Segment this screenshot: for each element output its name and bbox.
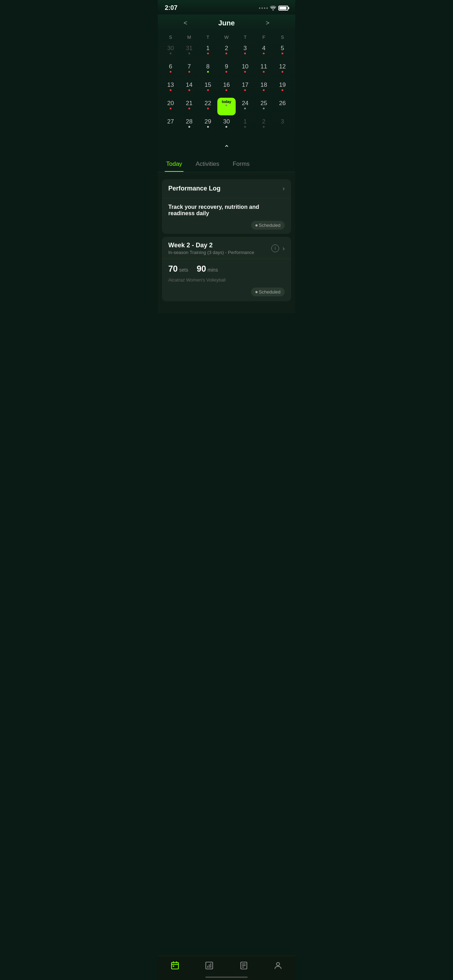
cal-day-30[interactable]: 30 <box>217 116 236 134</box>
performance-log-chevron: › <box>283 185 285 192</box>
cal-day-6[interactable]: 6 <box>161 61 180 79</box>
cal-day-2[interactable]: 2 <box>254 116 273 134</box>
badge-dot-icon <box>256 224 257 226</box>
training-card-badge: Scheduled <box>251 288 285 296</box>
cal-day-19[interactable]: 19 <box>273 80 292 97</box>
info-icon[interactable]: i <box>271 245 279 252</box>
performance-log-card: Performance Log › Track your recovery, n… <box>162 179 291 234</box>
tabs: TodayActivitiesForms <box>158 156 295 172</box>
next-month-button[interactable]: > <box>263 18 272 28</box>
cal-day-9[interactable]: 9 <box>217 61 236 79</box>
cal-day-23[interactable]: today <box>217 98 236 115</box>
performance-log-description: Track your recovery, nutrition and readi… <box>168 204 285 216</box>
team-name: Alcatraz Women's Volleyball <box>168 277 285 283</box>
prev-month-button[interactable]: < <box>181 18 190 28</box>
cal-day-3[interactable]: 3 <box>236 43 254 60</box>
cal-day-17[interactable]: 17 <box>236 80 254 97</box>
calendar-header: < June > <box>158 14 295 32</box>
cal-day-12[interactable]: 12 <box>273 61 292 79</box>
mins-number: 90 <box>197 264 206 274</box>
cal-day-10[interactable]: 10 <box>236 61 254 79</box>
cal-day-11[interactable]: 11 <box>254 61 273 79</box>
cal-day-1[interactable]: 1 <box>236 116 254 134</box>
cal-day-13[interactable]: 13 <box>161 80 180 97</box>
cal-day-20[interactable]: 20 <box>161 98 180 115</box>
tab-today[interactable]: Today <box>165 158 183 172</box>
cal-day-27[interactable]: 27 <box>161 116 180 134</box>
mins-stat: 90 mins <box>197 264 218 274</box>
chevron-up-icon: ⌃ <box>224 143 230 152</box>
training-card-header[interactable]: Week 2 - Day 2 In-season Training (3 day… <box>162 237 291 259</box>
cal-day-8[interactable]: 8 <box>199 61 217 79</box>
performance-log-body: Track your recovery, nutrition and readi… <box>162 198 291 234</box>
cal-day-4[interactable]: 4 <box>254 43 273 60</box>
cal-day-14[interactable]: 14 <box>180 80 199 97</box>
training-card-footer: Scheduled <box>162 288 291 301</box>
content-area: Performance Log › Track your recovery, n… <box>158 172 295 313</box>
training-card: Week 2 - Day 2 In-season Training (3 day… <box>162 237 291 301</box>
mins-label: mins <box>207 267 218 273</box>
cal-day-22[interactable]: 22 <box>199 98 217 115</box>
status-time: 2:07 <box>165 4 178 12</box>
cal-day-15[interactable]: 15 <box>199 80 217 97</box>
cal-day-29[interactable]: 29 <box>199 116 217 134</box>
month-title: June <box>218 19 235 27</box>
sets-stat: 70 sets <box>168 264 188 274</box>
cal-day-2[interactable]: 2 <box>217 43 236 60</box>
cal-day-21[interactable]: 21 <box>180 98 199 115</box>
status-icons <box>259 6 288 11</box>
training-card-subtitle: In-season Training (3 days) - Performanc… <box>168 250 254 255</box>
training-card-chevron: › <box>283 245 285 252</box>
performance-log-badge: Scheduled <box>251 221 285 230</box>
cal-day-25[interactable]: 25 <box>254 98 273 115</box>
training-card-icons: i › <box>271 245 285 252</box>
training-card-info: Week 2 - Day 2 In-season Training (3 day… <box>168 242 254 255</box>
cal-day-3[interactable]: 3 <box>273 116 292 134</box>
tab-activities[interactable]: Activities <box>194 158 221 172</box>
performance-log-title: Performance Log <box>168 185 221 192</box>
calendar-days-header: SMTWTFS <box>161 32 292 43</box>
cal-day-18[interactable]: 18 <box>254 80 273 97</box>
training-badge-dot-icon <box>256 291 257 293</box>
performance-log-header[interactable]: Performance Log › <box>162 179 291 198</box>
cal-day-28[interactable]: 28 <box>180 116 199 134</box>
performance-log-badge-label: Scheduled <box>259 223 280 228</box>
cal-day-16[interactable]: 16 <box>217 80 236 97</box>
wifi-icon <box>270 6 276 11</box>
training-card-body: 70 sets 90 mins Alcatraz Women's Volleyb… <box>162 259 291 288</box>
cal-day-31[interactable]: 31 <box>180 43 199 60</box>
collapse-handle[interactable]: ⌃ <box>158 137 295 156</box>
battery-icon <box>278 6 288 11</box>
cal-day-30[interactable]: 30 <box>161 43 180 60</box>
sets-label: sets <box>179 267 188 273</box>
tab-forms[interactable]: Forms <box>231 158 251 172</box>
cal-day-7[interactable]: 7 <box>180 61 199 79</box>
cal-day-1[interactable]: 1 <box>199 43 217 60</box>
sets-number: 70 <box>168 264 178 274</box>
signal-icon <box>259 7 268 9</box>
status-bar: 2:07 <box>158 0 295 14</box>
training-stats-row: 70 sets 90 mins <box>168 264 285 274</box>
cal-day-26[interactable]: 26 <box>273 98 292 115</box>
cal-day-5[interactable]: 5 <box>273 43 292 60</box>
calendar-grid[interactable]: 303112345678910111213141516171819202122t… <box>161 43 292 134</box>
cal-day-24[interactable]: 24 <box>236 98 254 115</box>
training-card-title: Week 2 - Day 2 <box>168 242 254 249</box>
calendar: SMTWTFS 30311234567891011121314151617181… <box>158 32 295 137</box>
training-badge-label: Scheduled <box>259 289 280 294</box>
